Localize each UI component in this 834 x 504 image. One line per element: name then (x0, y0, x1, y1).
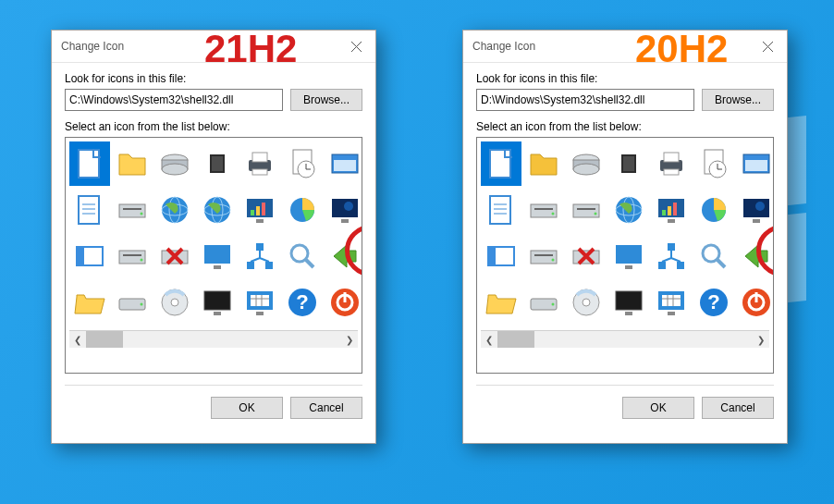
folder-icon[interactable] (523, 141, 564, 186)
icon-grid[interactable]: ? (481, 141, 769, 325)
scroll-thumb[interactable] (86, 331, 123, 348)
globe-blue-icon[interactable] (154, 188, 195, 232)
window-run-icon[interactable] (736, 141, 774, 186)
power-circle-icon[interactable] (736, 280, 774, 325)
svg-rect-72 (623, 156, 634, 171)
scroll-right-icon[interactable]: ❯ (753, 331, 769, 348)
scroll-left-icon[interactable]: ❮ (69, 331, 86, 348)
window-run-icon[interactable] (325, 141, 362, 186)
optical-disc-icon[interactable] (566, 280, 607, 325)
scroll-thumb[interactable] (497, 331, 534, 348)
svg-point-51 (141, 303, 143, 306)
hard-drive-icon[interactable] (523, 280, 564, 325)
hard-drive-3d-icon[interactable] (566, 141, 607, 186)
browse-button[interactable]: Browse... (702, 89, 774, 111)
svg-rect-15 (79, 196, 99, 224)
floppy-drive-icon[interactable] (523, 234, 564, 278)
monitor-night-icon[interactable] (325, 188, 362, 232)
svg-rect-57 (251, 295, 269, 306)
blank-document-icon[interactable] (481, 141, 521, 186)
close-icon[interactable] (748, 31, 787, 62)
svg-line-49 (306, 260, 313, 267)
monitor-off-icon[interactable] (197, 280, 238, 325)
svg-rect-110 (616, 245, 642, 264)
hard-drive-icon[interactable] (112, 280, 153, 325)
monitor-chart-icon[interactable] (239, 188, 280, 232)
svg-point-91 (595, 213, 597, 215)
svg-rect-38 (77, 247, 84, 265)
svg-rect-46 (247, 262, 254, 269)
drive-red-x-icon[interactable] (154, 234, 195, 278)
pie-chart-icon[interactable] (693, 188, 734, 232)
folder-open-icon[interactable] (481, 280, 521, 325)
monitor-chart-icon[interactable] (651, 188, 692, 232)
icon-path-input[interactable] (65, 89, 283, 111)
close-icon[interactable] (337, 31, 375, 62)
printer-icon[interactable] (239, 141, 280, 186)
help-circle-icon[interactable]: ? (693, 280, 734, 325)
drive-slot-icon[interactable] (112, 234, 153, 278)
text-document-icon[interactable] (481, 188, 521, 232)
svg-rect-31 (262, 203, 265, 215)
blank-document-icon[interactable] (69, 141, 110, 186)
hard-drive-top-icon[interactable] (154, 141, 195, 186)
horizontal-scrollbar[interactable]: ❮ ❯ (69, 330, 358, 348)
icon-list-box: ? ❮ ❯ (476, 137, 774, 374)
svg-rect-105 (488, 247, 496, 265)
drive-bay-icon[interactable] (112, 188, 153, 232)
svg-rect-43 (204, 245, 230, 264)
scroll-left-icon[interactable]: ❮ (481, 331, 497, 348)
svg-point-21 (141, 213, 143, 215)
monitor-icon[interactable] (197, 234, 238, 278)
ok-button[interactable]: OK (622, 397, 694, 419)
svg-point-88 (552, 213, 555, 215)
cancel-button[interactable]: Cancel (702, 397, 774, 419)
pie-chart-icon[interactable] (282, 188, 323, 232)
svg-rect-40 (123, 254, 141, 256)
clock-document-icon[interactable] (693, 141, 734, 186)
globe-ie-icon[interactable] (608, 188, 649, 232)
printer-3d-icon[interactable] (651, 141, 692, 186)
chip-3d-icon[interactable] (608, 141, 649, 186)
drive-red-x-icon[interactable] (566, 234, 607, 278)
text-document-icon[interactable] (69, 188, 110, 232)
power-circle-icon[interactable] (325, 280, 362, 325)
monitor-off-icon[interactable] (608, 280, 649, 325)
clock-document-icon[interactable] (282, 141, 323, 186)
horizontal-scrollbar[interactable]: ❮ ❯ (481, 330, 769, 348)
window-blank-icon[interactable] (481, 234, 521, 278)
titlebar[interactable]: Change Icon (463, 31, 787, 63)
cancel-button[interactable]: Cancel (290, 397, 362, 419)
optical-disc-icon[interactable] (154, 280, 195, 325)
monitor-calendar-icon[interactable] (651, 280, 692, 325)
magnifier-icon[interactable] (282, 234, 323, 278)
svg-rect-99 (668, 219, 675, 223)
svg-rect-20 (123, 208, 141, 210)
version-annotation-21h2: 21H2 (204, 27, 297, 71)
scroll-right-icon[interactable]: ❯ (341, 331, 358, 348)
monitor-box-icon[interactable] (736, 188, 774, 232)
globe-shaded-icon[interactable] (197, 188, 238, 232)
network-nodes-icon[interactable] (651, 234, 692, 278)
drive-light-icon[interactable] (566, 188, 607, 232)
help-circle-icon[interactable]: ? (282, 280, 323, 325)
monitor-calendar-icon[interactable] (239, 280, 280, 325)
monitor-icon[interactable] (608, 234, 649, 278)
folder-open-icon[interactable] (69, 280, 110, 325)
svg-rect-97 (668, 206, 671, 215)
change-icon-dialog-21h2: 21H2 Change Icon Look for icons in this … (51, 30, 376, 444)
icon-grid[interactable]: ? (69, 141, 358, 325)
svg-point-41 (141, 259, 143, 262)
chip-icon[interactable] (197, 141, 238, 186)
folder-icon[interactable] (112, 141, 153, 186)
svg-rect-113 (658, 262, 666, 269)
drive-bay-3d-icon[interactable] (523, 188, 564, 232)
window-sidebar-icon[interactable] (69, 234, 110, 278)
network-nodes-icon[interactable] (239, 234, 280, 278)
select-icon-label: Select an icon from the list below: (476, 120, 774, 133)
select-icon-label: Select an icon from the list below: (65, 120, 362, 133)
magnifier-icon[interactable] (693, 234, 734, 278)
ok-button[interactable]: OK (211, 397, 283, 419)
browse-button[interactable]: Browse... (290, 89, 362, 111)
icon-path-input[interactable] (476, 89, 694, 111)
